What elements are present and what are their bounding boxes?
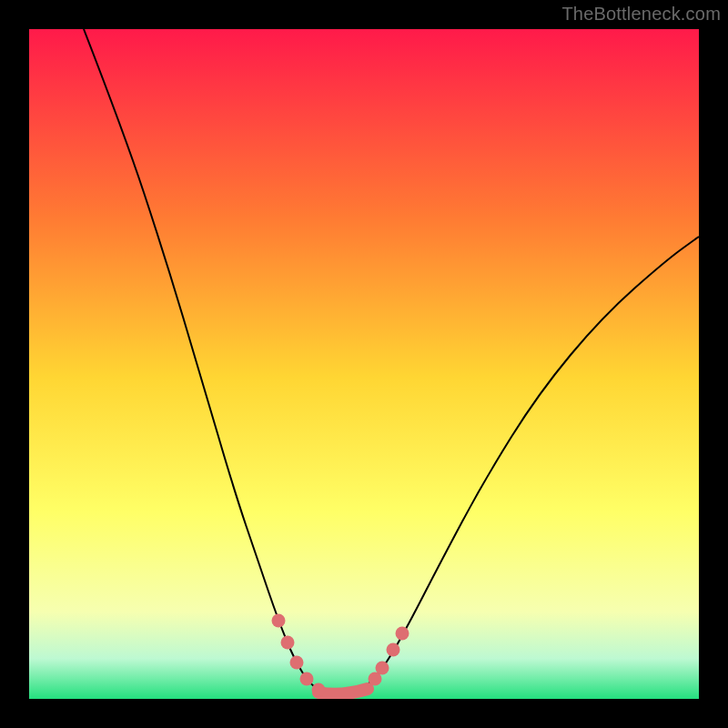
bottleneck-chart <box>29 29 699 699</box>
highlight-dot <box>300 672 314 686</box>
highlight-valley <box>318 689 368 694</box>
highlight-dot <box>281 636 295 650</box>
highlight-dot <box>272 614 286 628</box>
highlight-dot <box>387 643 400 657</box>
gradient-background <box>29 29 699 699</box>
highlight-dot <box>290 656 304 670</box>
highlight-dot <box>312 683 326 697</box>
highlight-dot <box>396 627 410 641</box>
highlight-dot <box>376 662 389 675</box>
watermark-text: TheBottleneck.com <box>561 4 721 25</box>
plot-area <box>29 29 699 699</box>
outer-frame: TheBottleneck.com <box>0 0 728 728</box>
